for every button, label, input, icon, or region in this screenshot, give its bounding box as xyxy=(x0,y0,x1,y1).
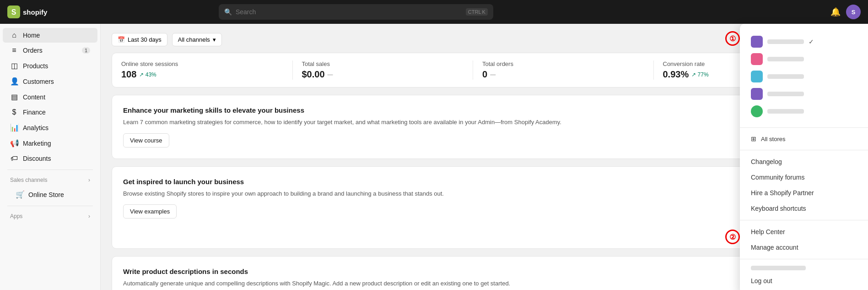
store-item-5[interactable] xyxy=(747,103,861,120)
search-shortcut: CTRLK xyxy=(466,8,488,16)
launch-card-text: Get inspired to launch your business Bro… xyxy=(123,178,754,219)
account-email-blurred xyxy=(751,266,806,270)
launch-card-desc: Browse existing Shopify stores to inspir… xyxy=(123,189,754,198)
avatar-initials: S xyxy=(852,9,856,16)
sales-channels-label: Sales channels xyxy=(10,177,47,183)
marketing-card-desc: Learn 7 common marketing strategies for … xyxy=(123,118,846,127)
search-input[interactable] xyxy=(236,8,462,16)
sidebar-item-finance-label: Finance xyxy=(23,109,46,116)
sidebar-item-products-label: Products xyxy=(23,62,48,70)
sidebar-item-customers[interactable]: 👤 Customers xyxy=(3,74,97,89)
store-4-name xyxy=(767,92,804,96)
shopify-logo-icon: S xyxy=(7,5,20,18)
stat-sales-value: $0.00 xyxy=(302,69,325,80)
discounts-icon: 🏷 xyxy=(10,154,18,163)
sidebar-item-discounts[interactable]: 🏷 Discounts xyxy=(3,151,97,166)
search-icon: 🔍 xyxy=(224,8,232,16)
stat-sales: Total sales $0.00 — xyxy=(293,60,474,80)
hire-partner-menu-item[interactable]: Hire a Shopify Partner xyxy=(740,185,868,201)
channels-filter-button[interactable]: All channels ▾ xyxy=(172,33,222,46)
stat-sessions: Online store sessions 108 ↗ 43% xyxy=(121,60,293,80)
channels-dropdown-icon: ▾ xyxy=(213,36,216,43)
finance-icon: $ xyxy=(10,108,18,116)
store-1-color xyxy=(751,36,763,48)
store-1-check-icon: ✓ xyxy=(809,38,814,45)
all-stores-grid-icon: ⊞ xyxy=(751,135,756,142)
home-icon: ⌂ xyxy=(10,31,18,39)
search-container[interactable]: 🔍 CTRLK xyxy=(219,4,493,20)
store-2-color xyxy=(751,53,763,65)
store-5-color xyxy=(751,105,763,117)
sidebar-item-finance[interactable]: $ Finance xyxy=(3,105,97,120)
sidebar-item-content[interactable]: ▤ Content xyxy=(3,89,97,104)
magic-card-text: Write product descriptions in seconds Au… xyxy=(123,268,754,290)
date-filter-label: Last 30 days xyxy=(128,36,162,43)
sidebar: ⌂ Home ≡ Orders 1 ◫ Products 👤 Customers… xyxy=(0,24,101,290)
stat-sessions-value: 108 xyxy=(121,69,136,80)
menu-divider xyxy=(740,150,868,150)
channels-filter-label: All channels xyxy=(178,36,210,43)
stat-orders-meta: 0 — xyxy=(482,69,644,80)
community-forums-menu-item[interactable]: Community forums xyxy=(740,170,868,185)
marketing-card-text: Enhance your marketing skills to elevate… xyxy=(123,106,846,148)
stat-orders-change: — xyxy=(490,71,496,78)
stat-sessions-label: Online store sessions xyxy=(121,60,283,67)
sales-channels-arrow-icon: › xyxy=(88,177,90,183)
logout-divider xyxy=(740,259,868,259)
store-item-2[interactable] xyxy=(747,50,861,68)
changelog-menu-item[interactable]: Changelog xyxy=(740,154,868,170)
stat-sessions-meta: 108 ↗ 43% xyxy=(121,69,283,80)
store-2-name xyxy=(767,57,804,61)
all-stores-label: All stores xyxy=(761,136,785,142)
manage-account-menu-item[interactable]: Manage account xyxy=(740,240,868,255)
sidebar-item-marketing-label: Marketing xyxy=(23,140,51,147)
logout-menu-item[interactable]: Log out xyxy=(740,273,868,289)
sidebar-item-marketing[interactable]: 📢 Marketing xyxy=(3,136,97,151)
top-navigation: S shopify 🔍 CTRLK 🔔 S xyxy=(0,0,868,24)
keyboard-shortcuts-menu-item[interactable]: Keyboard shortcuts xyxy=(740,201,868,216)
online-store-icon: 🛒 xyxy=(16,190,24,199)
help-center-menu-item[interactable]: Help Center xyxy=(740,224,868,240)
view-course-button[interactable]: View course xyxy=(123,133,169,148)
launch-card-title: Get inspired to launch your business xyxy=(123,178,754,186)
sidebar-item-customers-label: Customers xyxy=(23,78,54,85)
logo-text: shopify xyxy=(23,8,47,16)
sidebar-item-online-store-label: Online Store xyxy=(28,191,64,198)
date-filter-button[interactable]: 📅 Last 30 days xyxy=(112,33,167,46)
sidebar-item-discounts-label: Discounts xyxy=(23,155,51,162)
sidebar-item-orders[interactable]: ≡ Orders 1 xyxy=(3,43,97,58)
content-icon: ▤ xyxy=(10,93,18,101)
sidebar-item-online-store[interactable]: 🛒 Online Store xyxy=(3,187,97,202)
stat-sales-label: Total sales xyxy=(302,60,464,67)
sidebar-item-sales-channels[interactable]: Sales channels › xyxy=(3,174,97,186)
apps-arrow-icon: › xyxy=(88,213,90,219)
products-icon: ◫ xyxy=(10,61,18,70)
stores-list: ✓ xyxy=(740,29,868,124)
help-divider xyxy=(740,220,868,220)
stat-conversion-change: ↗ 77% xyxy=(691,71,708,78)
store-item-1[interactable]: ✓ xyxy=(747,33,861,50)
marketing-card-title: Enhance your marketing skills to elevate… xyxy=(123,106,846,114)
sidebar-item-home[interactable]: ⌂ Home xyxy=(3,28,97,43)
store-3-color xyxy=(751,71,763,82)
stat-sales-meta: $0.00 — xyxy=(302,69,464,80)
stat-sessions-change: ↗ 43% xyxy=(139,71,156,78)
all-stores-item[interactable]: ⊞ All stores xyxy=(740,131,868,146)
sidebar-item-orders-label: Orders xyxy=(23,47,43,54)
sidebar-item-apps[interactable]: Apps › xyxy=(3,210,97,223)
store-1-name xyxy=(767,39,804,44)
sidebar-item-home-label: Home xyxy=(23,32,40,39)
store-item-3[interactable] xyxy=(747,68,861,85)
user-avatar[interactable]: S xyxy=(846,5,861,19)
sidebar-item-products[interactable]: ◫ Products xyxy=(3,58,97,73)
stat-conversion-value: 0.93% xyxy=(663,69,689,80)
marketing-icon: 📢 xyxy=(10,139,18,148)
view-examples-button[interactable]: View examples xyxy=(123,204,177,219)
sidebar-item-analytics[interactable]: 📊 Analytics xyxy=(3,120,97,135)
store-item-4[interactable] xyxy=(747,85,861,103)
magic-card-title: Write product descriptions in seconds xyxy=(123,268,754,275)
notifications-bell-icon[interactable]: 🔔 xyxy=(830,7,841,17)
topnav-right: 🔔 S xyxy=(830,5,861,19)
orders-badge: 1 xyxy=(82,47,90,54)
stores-divider xyxy=(740,127,868,128)
